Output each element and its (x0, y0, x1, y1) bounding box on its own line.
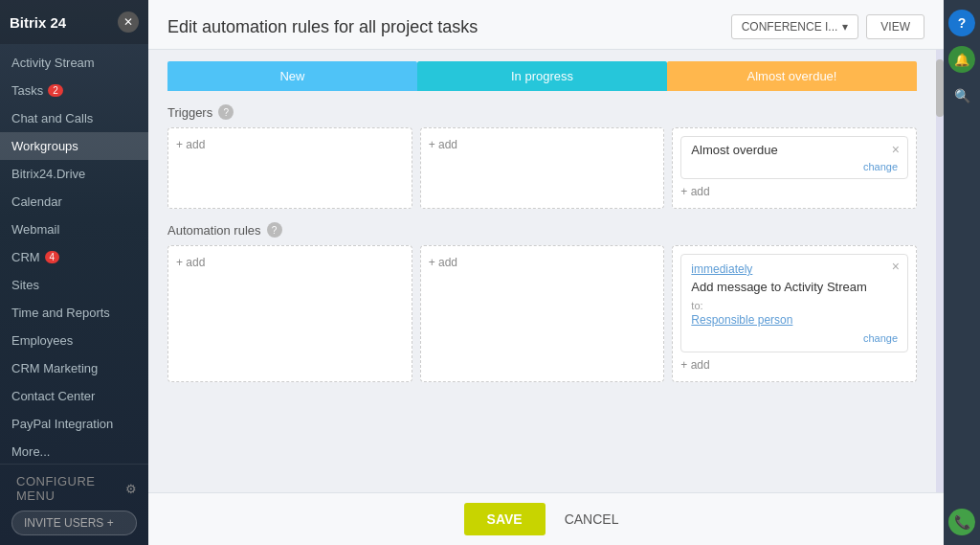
sidebar-item-label: CRM Marketing (11, 361, 98, 375)
sidebar-footer: CONFIGURE MENU ⚙ INVITE USERS + (0, 464, 148, 545)
triggers-add-2[interactable]: + add (429, 136, 657, 153)
header-actions: CONFERENCE I... ▾ VIEW (731, 14, 924, 39)
notification-icon[interactable]: 🔔 (948, 46, 975, 73)
automation-label: Automation rules (167, 223, 261, 238)
phone-icon[interactable]: 📞 (948, 509, 975, 535)
automation-column-1: + add (167, 245, 412, 382)
sidebar-header: Bitrix 24 ✕ (0, 0, 148, 44)
sidebar-item-contact-center[interactable]: Contact Center (0, 382, 148, 410)
triggers-grid: + add + add × Almost overdue change + ad… (167, 127, 917, 209)
rule-change-link[interactable]: change (691, 332, 898, 344)
configure-menu[interactable]: CONFIGURE MENU ⚙ (11, 474, 137, 503)
triggers-add-3[interactable]: + add (680, 183, 908, 200)
sidebar-item-label: Calendar (11, 194, 62, 209)
stage-tab-in-progress[interactable]: In progress (417, 61, 667, 91)
sidebar-item-paypal-integration[interactable]: PayPal Integration (0, 410, 148, 438)
save-button[interactable]: SAVE (464, 503, 546, 535)
stage-tab-new[interactable]: New (167, 61, 417, 91)
configure-menu-label: CONFIGURE MENU (16, 474, 121, 503)
automation-add-1[interactable]: + add (176, 254, 404, 271)
automation-section-title: Automation rules ? (167, 222, 917, 238)
triggers-column-3: × Almost overdue change + add (672, 127, 917, 209)
automation-column-3: × immediately Add message to Activity St… (672, 245, 917, 382)
view-button[interactable]: VIEW (866, 14, 924, 39)
stage-tab-almost-overdue[interactable]: Almost overdue! (667, 61, 917, 91)
trigger-change-link[interactable]: change (691, 161, 898, 172)
triggers-section-title: Triggers ? (167, 104, 917, 120)
sidebar: Bitrix 24 ✕ Activity StreamTasks2Chat an… (0, 0, 148, 545)
sidebar-nav: Activity StreamTasks2Chat and CallsWorkg… (0, 44, 148, 464)
triggers-add-1[interactable]: + add (176, 136, 404, 153)
main-header: Edit automation rules for all project ta… (148, 0, 944, 50)
sidebar-close-button[interactable]: ✕ (118, 11, 139, 33)
sidebar-item-label: PayPal Integration (11, 417, 113, 431)
scrollbar-thumb[interactable] (936, 59, 944, 117)
sidebar-item-employees[interactable]: Employees (0, 327, 148, 354)
sidebar-item-more[interactable]: More... (0, 438, 148, 464)
automation-grid: + add + add × immediately Add message to… (167, 245, 917, 382)
sidebar-item-label: Activity Stream (11, 56, 95, 70)
trigger-close-icon[interactable]: × (892, 142, 900, 157)
rule-time[interactable]: immediately (691, 262, 898, 276)
automation-rule-card: × immediately Add message to Activity St… (680, 254, 908, 352)
main-content: Edit automation rules for all project ta… (148, 0, 944, 545)
sidebar-item-crm[interactable]: CRM4 (0, 243, 148, 271)
sidebar-item-label: Contact Center (11, 389, 95, 403)
triggers-trigger-card: × Almost overdue change (680, 136, 908, 179)
sidebar-badge-tasks: 2 (48, 84, 63, 97)
automation-add-2[interactable]: + add (429, 254, 657, 271)
sidebar-item-chat-and-calls[interactable]: Chat and Calls (0, 104, 148, 132)
sidebar-item-label: More... (11, 444, 50, 459)
invite-users-button[interactable]: INVITE USERS + (11, 511, 137, 535)
rule-name: Add message to Activity Stream (691, 280, 898, 294)
sidebar-item-label: Sites (11, 278, 39, 292)
help-icon[interactable]: ? (948, 10, 975, 36)
sidebar-item-label: Webmail (11, 222, 59, 237)
automation-help-icon[interactable]: ? (267, 222, 282, 238)
automation-add-3[interactable]: + add (680, 356, 908, 374)
triggers-label: Triggers (167, 105, 212, 120)
sidebar-item-label: Bitrix24.Drive (11, 167, 85, 181)
sidebar-item-label: Tasks (11, 83, 43, 98)
scrollbar-track[interactable] (936, 50, 944, 492)
gear-icon: ⚙ (125, 482, 138, 496)
sidebar-item-tasks[interactable]: Tasks2 (0, 77, 148, 104)
sidebar-badge-crm: 4 (45, 251, 60, 263)
content-area: Triggers ? + add + add × (148, 91, 936, 492)
sidebar-item-label: Chat and Calls (11, 111, 93, 125)
sidebar-item-label: Employees (11, 333, 73, 348)
sidebar-item-label: Time and Reports (11, 306, 110, 320)
cancel-button[interactable]: CANCEL (555, 503, 629, 535)
chevron-down-icon: ▾ (842, 20, 848, 34)
stage-tabs: New In progress Almost overdue! (148, 50, 936, 91)
sidebar-item-label: CRM (11, 250, 40, 264)
conference-button[interactable]: CONFERENCE I... ▾ (731, 14, 859, 39)
sidebar-item-sites[interactable]: Sites (0, 271, 148, 299)
sidebar-item-time-and-reports[interactable]: Time and Reports (0, 299, 148, 327)
conference-label: CONFERENCE I... (742, 20, 838, 34)
rule-to-label: to: (691, 300, 898, 311)
right-panel: ? 🔔 🔍 📞 (944, 0, 980, 545)
rule-close-icon[interactable]: × (892, 260, 900, 273)
sidebar-item-calendar[interactable]: Calendar (0, 188, 148, 216)
sidebar-logo: Bitrix 24 (10, 14, 66, 31)
automation-column-2: + add (420, 245, 665, 382)
page-title: Edit automation rules for all project ta… (167, 17, 478, 37)
main-footer: SAVE CANCEL (148, 492, 944, 545)
search-icon[interactable]: 🔍 (948, 82, 975, 109)
main-scroll: New In progress Almost overdue! Triggers… (148, 50, 944, 492)
rule-person[interactable]: Responsible person (691, 313, 898, 327)
triggers-column-1: + add (167, 127, 412, 209)
content-scroll-area: New In progress Almost overdue! Triggers… (148, 50, 936, 492)
sidebar-item-crm-marketing[interactable]: CRM Marketing (0, 354, 148, 382)
sidebar-item-activity-stream[interactable]: Activity Stream (0, 49, 148, 77)
triggers-help-icon[interactable]: ? (218, 104, 234, 120)
sidebar-item-label: Workgroups (11, 139, 78, 153)
sidebar-item-workgroups[interactable]: Workgroups (0, 132, 148, 160)
sidebar-item-webmail[interactable]: Webmail (0, 216, 148, 243)
triggers-column-2: + add (420, 127, 665, 209)
trigger-name: Almost overdue (691, 143, 898, 157)
sidebar-item-bitrix24-drive[interactable]: Bitrix24.Drive (0, 160, 148, 188)
